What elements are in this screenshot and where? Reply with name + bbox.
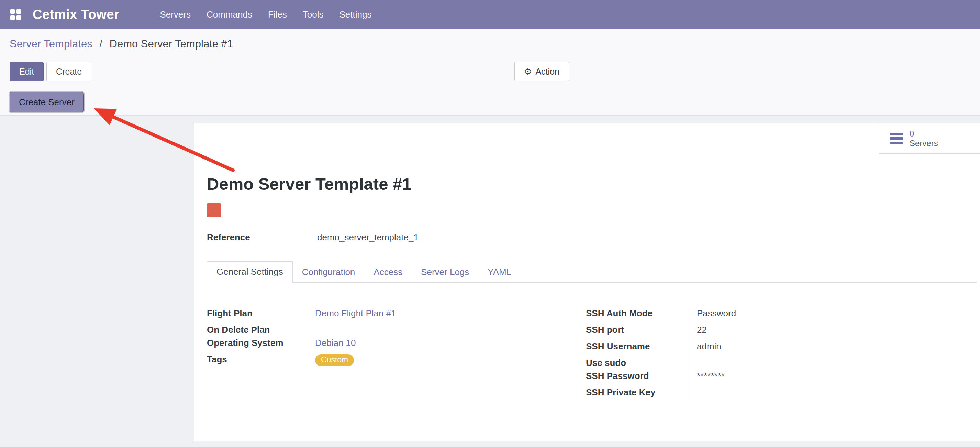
field-tags: Tags Custom [207, 354, 586, 371]
tab-configuration[interactable]: Configuration [293, 262, 364, 283]
field-flight-plan: Flight Plan Demo Flight Plan #1 [207, 308, 586, 325]
menu-commands[interactable]: Commands [207, 9, 252, 20]
gear-icon: ⚙ [524, 67, 531, 77]
create-server-button[interactable]: Create Server [10, 92, 84, 112]
right-field-group: SSH Auth Mode Password SSH port 22 SSH U… [586, 308, 953, 404]
tab-server-logs[interactable]: Server Logs [412, 262, 478, 283]
servers-count: 0 [910, 129, 938, 139]
field-groups: Flight Plan Demo Flight Plan #1 On Delet… [207, 308, 953, 404]
action-button[interactable]: ⚙ Action [514, 62, 569, 81]
action-button-label: Action [535, 67, 559, 77]
edit-button[interactable]: Edit [10, 62, 44, 81]
breadcrumb-parent-link[interactable]: Server Templates [10, 38, 92, 50]
flight-plan-link[interactable]: Demo Flight Plan #1 [315, 308, 396, 319]
main-menu: Servers Commands Files Tools Settings [160, 9, 371, 20]
field-ssh-auth-mode: SSH Auth Mode Password [586, 308, 953, 325]
field-ssh-password: SSH Password ******** [586, 371, 953, 387]
left-field-group: Flight Plan Demo Flight Plan #1 On Delet… [207, 308, 586, 404]
tab-yaml[interactable]: YAML [478, 262, 520, 283]
tag-badge-custom: Custom [315, 354, 354, 366]
menu-tools[interactable]: Tools [303, 9, 324, 20]
field-on-delete-plan: On Delete Plan [207, 325, 586, 338]
notebook-tabs: General Settings Configuration Access Se… [207, 261, 977, 283]
brand-title: Cetmix Tower [33, 7, 119, 22]
tab-access[interactable]: Access [364, 262, 412, 283]
menu-files[interactable]: Files [268, 9, 287, 20]
top-navbar: Cetmix Tower Servers Commands Files Tool… [0, 0, 980, 29]
reference-value: demo_server_template_1 [310, 230, 418, 245]
reference-label: Reference [207, 232, 310, 243]
operating-system-link[interactable]: Debian 10 [315, 338, 356, 348]
create-button[interactable]: Create [46, 62, 91, 81]
servers-count-label: Servers [910, 139, 938, 148]
field-ssh-port: SSH port 22 [586, 325, 953, 341]
field-operating-system: Operating System Debian 10 [207, 338, 586, 354]
field-use-sudo: Use sudo [586, 358, 953, 371]
breadcrumb: Server Templates / Demo Server Template … [10, 38, 233, 50]
record-title: Demo Server Template #1 [207, 174, 412, 193]
apps-grid-icon[interactable] [10, 9, 21, 20]
page: { "navbar": { "brand": "Cetmix Tower", "… [0, 0, 980, 447]
menu-servers[interactable]: Servers [160, 9, 191, 20]
servers-stat-icon [889, 133, 904, 144]
form-sheet: 0 Servers Demo Server Template #1 Refere… [194, 123, 980, 441]
color-swatch[interactable] [207, 203, 221, 217]
reference-field: Reference demo_server_template_1 [207, 230, 418, 245]
form-toolbar: Edit Create [10, 62, 91, 81]
menu-settings[interactable]: Settings [339, 9, 371, 20]
breadcrumb-separator: / [99, 38, 102, 50]
servers-stat-button[interactable]: 0 Servers [879, 123, 980, 154]
field-ssh-username: SSH Username admin [586, 341, 953, 358]
breadcrumb-current: Demo Server Template #1 [110, 38, 233, 50]
field-ssh-private-key: SSH Private Key [586, 387, 953, 404]
tab-general-settings[interactable]: General Settings [207, 261, 293, 283]
